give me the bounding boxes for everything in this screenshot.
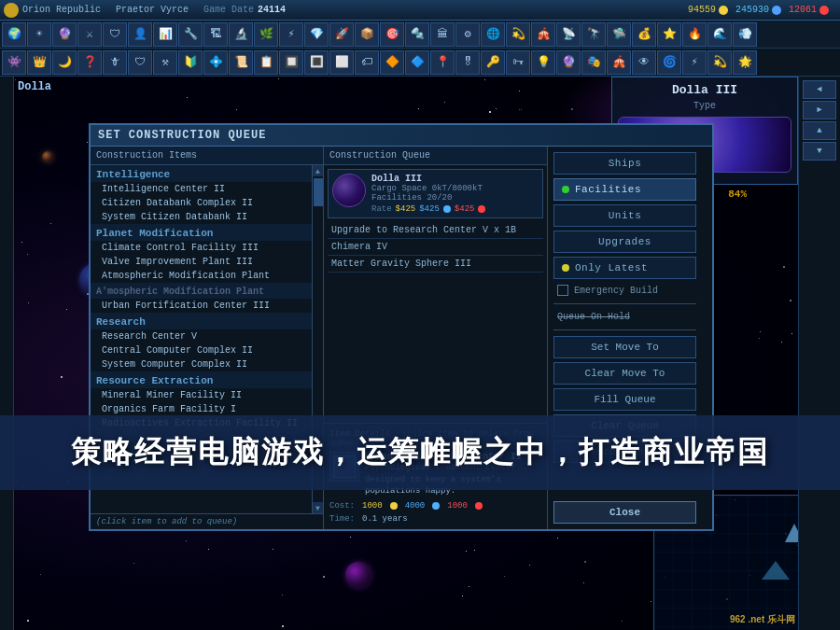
scroll-thumb[interactable]: [314, 178, 323, 206]
toolbar-bottom-icon-5[interactable]: 🛡: [128, 50, 152, 75]
toolbar-top-icon-21[interactable]: 🎪: [531, 22, 555, 47]
toolbar-bottom-icon-28[interactable]: 💫: [707, 50, 732, 75]
toolbar-bottom-icon-6[interactable]: ⚒: [153, 50, 177, 75]
emergency-build-row[interactable]: Emergency Build: [553, 283, 696, 298]
item-organics-farm[interactable]: Organics Farm Facility I: [91, 402, 312, 416]
queue-item-main[interactable]: Dolla III Cargo Space 0kT/8000kT Facilit…: [328, 169, 543, 218]
item-urban-fortification[interactable]: Urban Fortification Center III: [91, 299, 312, 313]
toolbar-bottom-icon-4[interactable]: 🗡: [103, 50, 127, 75]
toolbar-bottom-icon-1[interactable]: 👑: [27, 50, 51, 75]
toolbar-bottom-icon-15[interactable]: 🔶: [380, 50, 404, 75]
toolbar-top-icon-23[interactable]: 🔭: [581, 22, 606, 47]
toolbar-top-icon-4[interactable]: 🛡: [103, 22, 127, 47]
toolbar-top-icon-11[interactable]: ⚡: [279, 22, 303, 47]
item-system-citizen[interactable]: System Citizen Databank II: [91, 210, 312, 224]
clear-move-to-btn[interactable]: Clear Move To: [553, 362, 696, 385]
toolbar-bottom-icon-3[interactable]: ❓: [77, 50, 102, 75]
faction-name: Orion Republic: [22, 5, 101, 15]
toolbar-top-icon-5[interactable]: 👤: [128, 22, 152, 47]
toolbar-bottom-icon-10[interactable]: 📋: [254, 50, 278, 75]
toolbar-top-icon-1[interactable]: ☀: [27, 22, 51, 47]
toolbar-top-icon-25[interactable]: 💰: [632, 22, 656, 47]
nav-btn-1[interactable]: ◄: [803, 80, 836, 99]
item-mineral-miner[interactable]: Mineral Miner Facility II: [91, 388, 312, 402]
toolbar-bottom-icon-23[interactable]: 🎭: [581, 50, 606, 75]
category-resource-extraction: Resource Extraction: [91, 371, 312, 388]
toolbar-top-icon-24[interactable]: 🛸: [607, 22, 631, 47]
toolbar-bottom-icon-21[interactable]: 💡: [531, 50, 555, 75]
toolbar-top-icon-17[interactable]: 🏛: [430, 22, 455, 47]
item-research-center[interactable]: Research Center V: [91, 329, 312, 343]
item-atmospheric-mod[interactable]: Atmospheric Modification Plant: [91, 269, 312, 283]
toolbar-bottom-icon-26[interactable]: 🌀: [657, 50, 681, 75]
queue-matter-gravity[interactable]: Matter Gravity Sphere III: [328, 256, 543, 273]
toolbar-top-icon-2[interactable]: 🔮: [52, 22, 77, 47]
toolbar-top-icon-22[interactable]: 📡: [556, 22, 581, 47]
toolbar-bottom-icon-9[interactable]: 📜: [229, 50, 253, 75]
item-valve-improvement[interactable]: Valve Improvement Plant III: [91, 255, 312, 269]
toolbar-bottom-icon-12[interactable]: 🔳: [304, 50, 329, 75]
toolbar-bottom-icon-18[interactable]: 🎖: [455, 50, 480, 75]
toolbar-bottom-icon-17[interactable]: 📍: [430, 50, 455, 75]
toolbar-top-icon-27[interactable]: 🔥: [682, 22, 707, 47]
toolbar-bottom-icon-19[interactable]: 🔑: [481, 50, 505, 75]
toolbar-bottom-icon-20[interactable]: 🗝: [506, 50, 530, 75]
toolbar-top-icon-8[interactable]: 🏗: [203, 22, 228, 47]
toolbar-top-icon-3[interactable]: ⚔: [77, 22, 102, 47]
fill-queue-btn[interactable]: Fill Queue: [553, 388, 696, 411]
tab-only-latest[interactable]: Only Latest: [553, 257, 696, 279]
nav-btn-2[interactable]: ►: [803, 101, 836, 119]
item-system-computer[interactable]: System Computer Complex II: [91, 357, 312, 371]
food-amount: 12061: [789, 5, 817, 15]
item-central-computer[interactable]: Central Computer Complex II: [91, 343, 312, 357]
toolbar-bottom-icon-29[interactable]: 🌟: [733, 50, 757, 75]
scroll-down[interactable]: ▼: [313, 502, 324, 513]
toolbar-top-icon-26[interactable]: ⭐: [657, 22, 681, 47]
toolbar-bottom-icon-16[interactable]: 🔷: [405, 50, 429, 75]
item-citizen-databank[interactable]: Citizen Databank Complex II: [91, 196, 312, 210]
toolbar-top-icon-10[interactable]: 🌿: [254, 22, 278, 47]
toolbar-bottom-icon-11[interactable]: 🔲: [279, 50, 303, 75]
toolbar-bottom: 👾👑🌙❓🗡🛡⚒🔰💠📜📋🔲🔳⬜🏷🔶🔷📍🎖🔑🗝💡🔮🎭🎪👁🌀⚡💫🌟: [0, 49, 840, 77]
emergency-build-checkbox[interactable]: [557, 285, 568, 296]
toolbar-top-icon-6[interactable]: 📊: [153, 22, 177, 47]
close-btn[interactable]: Close: [553, 501, 696, 524]
toolbar-bottom-icon-25[interactable]: 👁: [632, 50, 656, 75]
toolbar-top-icon-29[interactable]: 💨: [733, 22, 757, 47]
queue-upgrade[interactable]: Upgrade to Research Center V x 1B: [328, 222, 543, 239]
item-intelligence-center[interactable]: Intelligence Center II: [91, 182, 312, 196]
toolbar-top-icon-14[interactable]: 📦: [355, 22, 379, 47]
toolbar-top-icon-13[interactable]: 🚀: [329, 22, 354, 47]
set-move-to-btn[interactable]: Set Move To: [553, 336, 696, 358]
queue-chimera[interactable]: Chimera IV: [328, 239, 543, 256]
toolbar-bottom-icon-0[interactable]: 👾: [2, 50, 26, 75]
nav-btn-3[interactable]: ▲: [803, 121, 836, 140]
tab-upgrades[interactable]: Upgrades: [553, 231, 696, 253]
toolbar-top-icon-16[interactable]: 🔩: [405, 22, 429, 47]
toolbar-bottom-icon-24[interactable]: 🎪: [607, 50, 631, 75]
tab-units[interactable]: Units: [553, 204, 696, 227]
toolbar-top-icon-18[interactable]: ⚙: [455, 22, 480, 47]
toolbar-bottom-icon-8[interactable]: 💠: [203, 50, 228, 75]
toolbar-bottom-icon-27[interactable]: ⚡: [682, 50, 707, 75]
tab-facilities[interactable]: Facilities: [553, 178, 696, 201]
item-climate-control[interactable]: Climate Control Facility III: [91, 241, 312, 255]
tab-ships[interactable]: Ships: [553, 152, 696, 175]
watermark: 962 .net 乐斗网: [730, 613, 795, 626]
toolbar-top-icon-7[interactable]: 🔧: [178, 22, 203, 47]
toolbar-bottom-icon-13[interactable]: ⬜: [329, 50, 354, 75]
gold-icon: [719, 6, 728, 15]
toolbar-bottom-icon-14[interactable]: 🏷: [355, 50, 379, 75]
scroll-up[interactable]: ▲: [313, 165, 324, 176]
toolbar-top-icon-9[interactable]: 🔬: [229, 22, 253, 47]
toolbar-bottom-icon-2[interactable]: 🌙: [52, 50, 77, 75]
toolbar-top-icon-19[interactable]: 🌐: [481, 22, 505, 47]
toolbar-top-icon-0[interactable]: 🌍: [2, 22, 26, 47]
nav-btn-4[interactable]: ▼: [803, 142, 836, 161]
toolbar-top-icon-20[interactable]: 💫: [506, 22, 530, 47]
toolbar-top-icon-15[interactable]: 🎯: [380, 22, 404, 47]
toolbar-bottom-icon-22[interactable]: 🔮: [556, 50, 581, 75]
toolbar-top-icon-28[interactable]: 🌊: [707, 22, 732, 47]
toolbar-top-icon-12[interactable]: 💎: [304, 22, 329, 47]
toolbar-bottom-icon-7[interactable]: 🔰: [178, 50, 203, 75]
